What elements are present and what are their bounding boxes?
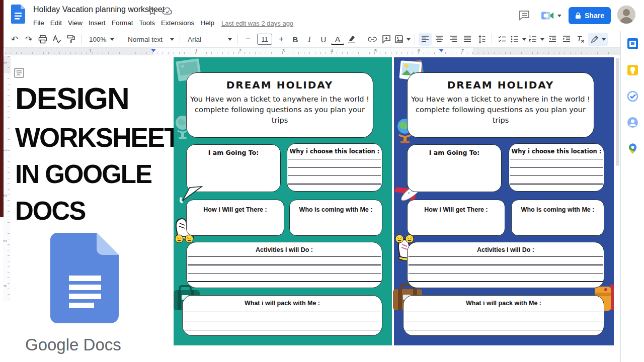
left-edge-strip [0, 0, 4, 217]
left-indent-marker[interactable] [151, 49, 156, 52]
insert-image-button[interactable] [394, 33, 411, 46]
bold-button[interactable]: B [289, 33, 302, 46]
font-size-input[interactable]: 11 [257, 34, 272, 45]
increase-indent-button[interactable] [560, 33, 573, 46]
horizontal-ruler[interactable]: 1 1 2 3 4 5 6 7 [5, 48, 620, 55]
headline-line-3: IN GOOGLE [15, 161, 151, 187]
headline-line-1: DESIGN [15, 83, 129, 114]
zoom-select[interactable]: 100% [85, 33, 116, 46]
tasks-icon[interactable] [627, 90, 638, 102]
font-select[interactable]: Arial [184, 33, 234, 46]
checklist-button[interactable] [496, 33, 509, 46]
worksheet-title: DREAM HOLIDAY [187, 79, 373, 91]
worksheet-header-box: DREAM HOLIDAY You Have won a ticket to a… [186, 72, 373, 138]
undo-button[interactable]: ↶ [8, 33, 21, 46]
field-pack: What i will pack with Me : [403, 295, 604, 336]
side-panel [620, 31, 644, 362]
ruler-ticks [5, 52, 620, 54]
print-button[interactable] [36, 33, 49, 46]
underline-button[interactable]: U [317, 33, 330, 46]
meet-icon[interactable] [541, 10, 561, 21]
worksheet-title: DREAM HOLIDAY [408, 79, 594, 91]
last-edit-link[interactable]: Last edit was 2 days ago [221, 20, 293, 27]
account-avatar[interactable] [617, 6, 635, 24]
menubar: File Edit View Insert Format Tools Exten… [30, 18, 217, 28]
redo-button[interactable]: ↷ [22, 33, 35, 46]
google-docs-window: Holiday Vacation planning worksheet File… [0, 0, 644, 362]
document-outline-icon[interactable] [14, 68, 24, 78]
vertical-ruler[interactable]: 1 1 2 3 4 [3, 56, 11, 301]
field-why-location: Why i choose this location : [287, 143, 382, 192]
field-who-coming: Who is coming with Me : [511, 200, 604, 236]
decrease-font-size-button[interactable]: − [242, 33, 255, 46]
star-icon[interactable] [147, 6, 157, 16]
field-activities: Activities I will Do : [407, 242, 604, 288]
smiley-emojis [395, 234, 414, 243]
menu-help[interactable]: Help [197, 18, 217, 28]
field-how-get-there: How i Will get There : [186, 200, 284, 236]
worksheet-subtitle: You Have won a ticket to anywhere in the… [408, 94, 594, 126]
maps-icon[interactable] [627, 143, 638, 154]
worksheet-image-blue[interactable]: DREAM HOLIDAY You Have won a ticket to a… [394, 57, 614, 345]
field-why-location: Why i choose this location : [509, 143, 604, 192]
google-docs-logo [50, 233, 119, 323]
align-left-button[interactable] [419, 33, 432, 46]
justify-button[interactable] [461, 33, 474, 46]
field-who-coming: Who is coming with Me : [289, 200, 382, 236]
docs-logo-icon[interactable] [11, 5, 25, 24]
clear-formatting-button[interactable] [574, 33, 587, 46]
menu-insert[interactable]: Insert [86, 18, 109, 28]
field-pack: What i will pack with Me : [182, 295, 382, 336]
menu-format[interactable]: Format [109, 18, 136, 28]
add-comment-button[interactable] [380, 33, 393, 46]
topbar: Holiday Vacation planning worksheet File… [0, 0, 644, 31]
insert-link-button[interactable] [366, 33, 379, 46]
document-canvas[interactable]: DESIGN WORKSHEET IN GOOGLE DOCS Google D… [0, 48, 620, 362]
worksheet-subtitle: You Have won a ticket to anywhere in the… [187, 94, 373, 126]
headline-line-2: WORKSHEET [15, 124, 180, 151]
paint-format-button[interactable] [64, 33, 77, 46]
share-label: Share [585, 12, 604, 20]
meet-caret-icon [557, 15, 561, 17]
contacts-icon[interactable] [627, 117, 638, 128]
worksheet-image-green[interactable]: DREAM HOLIDAY You Have won a ticket to a… [174, 57, 392, 345]
field-activities: Activities I will Do : [186, 242, 382, 288]
align-center-button[interactable] [433, 33, 446, 46]
highlight-color-button[interactable] [345, 33, 358, 46]
vertical-scrollbar[interactable] [616, 58, 619, 166]
keep-icon[interactable] [627, 64, 638, 76]
menu-view[interactable]: View [65, 18, 86, 28]
text-color-button[interactable]: A [331, 34, 344, 45]
paragraph-style-select[interactable]: Normal text [124, 33, 176, 46]
comment-history-icon[interactable] [518, 9, 530, 21]
worksheet-header-box: DREAM HOLIDAY You Have won a ticket to a… [407, 72, 594, 138]
right-indent-marker[interactable] [439, 49, 444, 52]
menu-tools[interactable]: Tools [136, 18, 158, 28]
italic-button[interactable]: I [303, 33, 316, 46]
calendar-icon[interactable] [627, 38, 638, 49]
menu-extensions[interactable]: Extensions [158, 18, 197, 28]
editing-mode-button[interactable] [588, 33, 608, 46]
decrease-indent-button[interactable] [546, 33, 559, 46]
field-going-to: I am Going To: [407, 144, 502, 192]
spellcheck-button[interactable] [50, 33, 63, 46]
numbered-list-button[interactable] [528, 33, 545, 46]
align-right-button[interactable] [447, 33, 460, 46]
headline-line-4: DOCS [15, 198, 85, 224]
lock-icon [575, 12, 581, 19]
document-title[interactable]: Holiday Vacation planning worksheet [33, 5, 165, 14]
share-button[interactable]: Share [569, 7, 611, 24]
menu-file[interactable]: File [30, 18, 47, 28]
line-spacing-button[interactable] [475, 33, 488, 46]
google-docs-wordmark: Google Docs [25, 335, 121, 354]
smiley-emojis [175, 234, 194, 243]
menu-edit[interactable]: Edit [47, 18, 65, 28]
bulleted-list-button[interactable] [510, 33, 527, 46]
toolbar: ↶ ↷ 100% Normal [0, 31, 644, 48]
saved-cloud-icon[interactable] [162, 6, 173, 16]
ruler-ticks [8, 56, 10, 301]
increase-font-size-button[interactable]: + [275, 33, 288, 46]
field-how-get-there: How i Will get There : [407, 200, 505, 236]
field-going-to: I am Going To: [186, 144, 281, 192]
